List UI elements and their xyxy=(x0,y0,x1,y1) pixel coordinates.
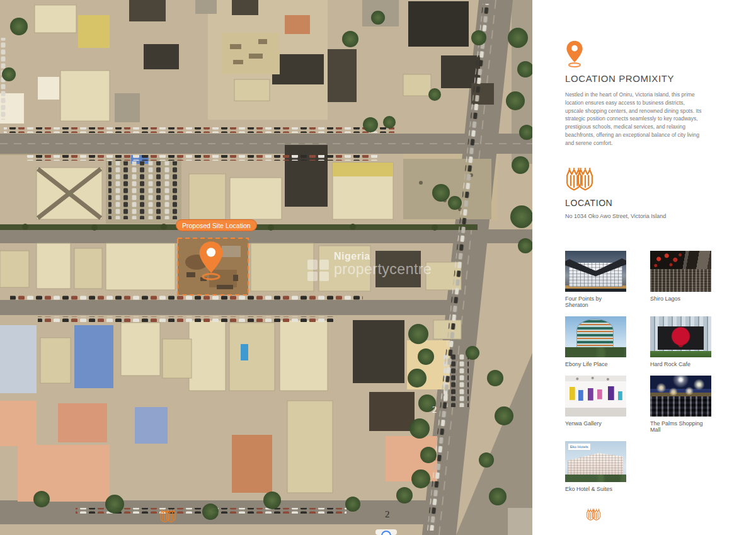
yenwa-photo xyxy=(565,376,626,417)
eko-hotel-photo: Eko Hotels xyxy=(565,441,626,482)
landmark-ebony-life: Ebony Life Place xyxy=(565,316,626,367)
landmark-label: The Palms Shopping Mall xyxy=(650,420,711,433)
landmark-four-points: Four Points by Sheraton xyxy=(565,251,626,308)
proximity-title: LOCATION PROMIXITY xyxy=(565,73,756,84)
landmark-label: Ebony Life Place xyxy=(565,361,626,367)
location-title: LOCATION xyxy=(565,198,756,208)
shiro-photo xyxy=(650,251,711,292)
palms-photo xyxy=(650,376,711,417)
map-annotation-2b: 2 xyxy=(385,509,390,520)
landmark-yenwa: Yenwa Gallery xyxy=(565,376,626,433)
satellite-map-art xyxy=(0,0,532,535)
landmark-hard-rock: Hard Rock Cafe xyxy=(650,316,711,367)
landmark-label: Yenwa Gallery xyxy=(565,420,626,427)
proposed-site-label: Proposed Site Location xyxy=(176,219,257,231)
brand-crown-icon xyxy=(586,508,601,521)
brand-crown-icon xyxy=(565,166,594,192)
location-pin-icon xyxy=(565,40,584,68)
hard-rock-photo xyxy=(650,316,711,357)
info-panel: LOCATION PROMIXITY Nestled in the heart … xyxy=(532,0,756,535)
landmark-label: Four Points by Sheraton xyxy=(565,296,626,308)
eko-hotels-badge: Eko Hotels xyxy=(568,444,590,450)
ebony-life-photo xyxy=(565,316,626,357)
proximity-body: Nestled in the heart of Oniru, Victoria … xyxy=(565,91,704,147)
landmark-shiro: Shiro Lagos xyxy=(650,251,711,308)
site-pin-icon xyxy=(197,241,226,281)
brochure-page: Proposed Site Location Nigeria propertyc… xyxy=(0,0,756,535)
landmark-label: Hard Rock Cafe xyxy=(650,361,711,367)
satellite-map: Proposed Site Location Nigeria propertyc… xyxy=(0,0,532,535)
landmark-label: Shiro Lagos xyxy=(650,296,711,302)
four-points-photo xyxy=(565,251,626,292)
landmark-eko-hotel: Eko Hotels Eko Hotel & Suites xyxy=(565,441,626,492)
map-annotation-2: 2 xyxy=(432,405,437,415)
landmarks-grid: Four Points by Sheraton Shiro Lagos Ebon… xyxy=(565,251,756,500)
brand-crown-icon xyxy=(159,509,176,523)
location-address: No 1034 Oko Awo Street, Victoria Island xyxy=(565,213,756,219)
landmark-palms: The Palms Shopping Mall xyxy=(650,376,711,433)
landmark-label: Eko Hotel & Suites xyxy=(565,486,626,492)
